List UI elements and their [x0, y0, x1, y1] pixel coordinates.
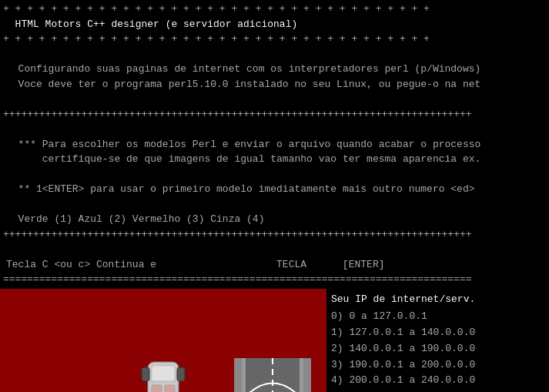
border-line-4: ++++++++++++++++++++++++++++++++++++++++…: [3, 227, 546, 243]
left-panel: [0, 289, 326, 393]
ip-item-5: 5) 240.0.0.1 a 255.255.255.255: [331, 389, 544, 392]
road-image: [234, 358, 311, 393]
blank-2: [3, 92, 546, 107]
car-container: [0, 289, 326, 393]
ip-item-1: 1) 127.0.0.1 a 140.0.0.0: [331, 325, 544, 341]
svg-rect-1: [152, 366, 175, 381]
svg-rect-14: [242, 358, 246, 393]
ip-item-3: 3) 190.0.0.1 a 200.0.0.0: [331, 357, 544, 374]
border-line-1: + + + + + + + + + + + + + + + + + + + + …: [3, 2, 546, 17]
ip-item-0: 0) 0 a 127.0.0.1: [331, 309, 544, 325]
svg-rect-3: [165, 385, 175, 393]
blank-6: [3, 242, 546, 257]
line-4: certifique-se de que imagens de igual ta…: [3, 152, 546, 167]
blank-4: [3, 167, 546, 183]
svg-rect-6: [177, 367, 185, 381]
svg-rect-5: [142, 367, 149, 381]
double-border: ========================================…: [3, 272, 546, 287]
title-bar: HTML Motors C++ designer (e servidor adi…: [3, 17, 546, 32]
ip-section-title: Seu IP de internet/serv.: [331, 292, 544, 308]
top-section: + + + + + + + + + + + + + + + + + + + + …: [0, 0, 549, 289]
border-line-2: + + + + + + + + + + + + + + + + + + + + …: [3, 32, 546, 47]
line-5: ** 1<ENTER> para usar o primeiro modelo …: [3, 182, 546, 197]
line-2: Voce deve ter o programa perl5.10.0 inst…: [3, 77, 546, 92]
ip-item-2: 2) 140.0.0.1 a 190.0.0.0: [331, 341, 544, 357]
line-3: *** Para escolher os modelos Perl e envi…: [3, 137, 546, 152]
car-image: [86, 358, 240, 393]
svg-rect-15: [300, 358, 303, 393]
line-1: Configurando suas paginas de internet co…: [3, 62, 546, 77]
svg-rect-2: [152, 385, 162, 393]
status-line: Tecla C <ou c> Continua e TECLA [ENTER]: [3, 257, 546, 273]
border-line-3: ++++++++++++++++++++++++++++++++++++++++…: [3, 107, 546, 122]
blank-1: [3, 47, 546, 62]
blank-3: [3, 122, 546, 137]
right-panel: Seu IP de internet/serv. 0) 0 a 127.0.0.…: [326, 289, 549, 393]
line-6: Verde (1) Azul (2) Vermelho (3) Cinza (4…: [3, 212, 546, 227]
blank-5: [3, 197, 546, 213]
bottom-section: Seu IP de internet/serv. 0) 0 a 127.0.0.…: [0, 289, 549, 393]
ip-item-4: 4) 200.0.0.1 a 240.0.0.0: [331, 373, 544, 389]
